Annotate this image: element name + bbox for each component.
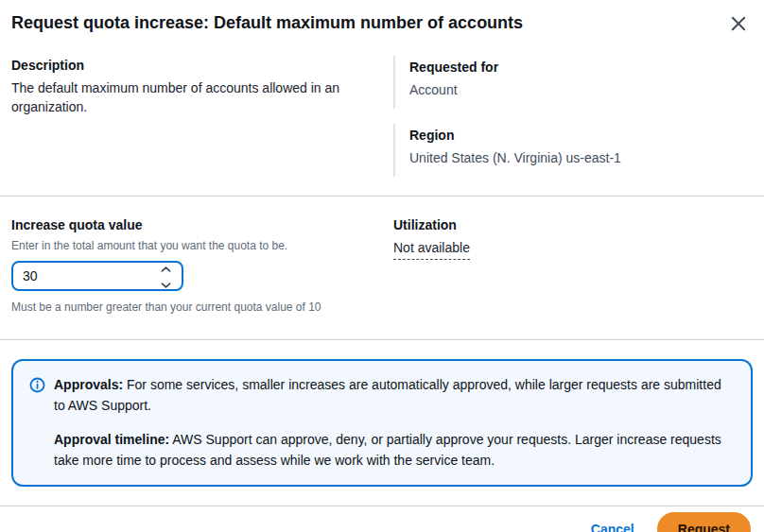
quota-value-input[interactable] <box>13 263 182 289</box>
cancel-button[interactable]: Cancel <box>591 522 634 532</box>
stepper-up-icon[interactable] <box>161 261 171 276</box>
quota-increase-dialog: Request quota increase: Default maximum … <box>0 0 764 532</box>
quota-form-section: Increase quota value Enter in the total … <box>0 197 764 340</box>
region-value: United States (N. Virginia) us-east-1 <box>409 148 753 167</box>
alert-timeline-lead: Approval timeline: <box>54 432 169 447</box>
close-button[interactable] <box>728 13 749 37</box>
alert-container: Approvals: For some services, smaller in… <box>0 340 764 506</box>
quota-overview-section: Description The default maximum number o… <box>0 46 764 197</box>
utilization-label: Utilization <box>393 215 753 234</box>
alert-paragraph-approvals: Approvals: For some services, smaller in… <box>54 374 736 416</box>
alert-approvals-lead: Approvals: <box>54 377 123 392</box>
alert-paragraph-timeline: Approval timeline: AWS Support can appro… <box>54 429 736 471</box>
quota-value-constraint: Must be a number greater than your curre… <box>11 300 371 315</box>
dialog-footer: Cancel Request <box>0 506 764 532</box>
description-label: Description <box>11 56 371 75</box>
requested-for-block: Requested for Account <box>393 56 753 109</box>
utilization-block: Utilization Not available <box>393 215 753 315</box>
close-icon <box>730 15 747 35</box>
number-stepper[interactable] <box>161 261 171 292</box>
region-label: Region <box>409 126 753 145</box>
region-block: Region United States (N. Virginia) us-ea… <box>393 124 753 177</box>
request-button[interactable]: Request <box>657 512 751 532</box>
dialog-header: Request quota increase: Default maximum … <box>0 0 764 46</box>
stepper-down-icon[interactable] <box>161 277 171 292</box>
quota-value-field: Increase quota value Enter in the total … <box>11 215 393 315</box>
requested-for-value: Account <box>409 80 753 99</box>
quota-value-description: Enter in the total amount that you want … <box>11 238 371 253</box>
quota-value-label: Increase quota value <box>11 215 371 234</box>
description-block: Description The default maximum number o… <box>11 56 393 177</box>
info-icon <box>29 377 45 471</box>
description-value: The default maximum number of accounts a… <box>11 78 371 116</box>
utilization-value[interactable]: Not available <box>393 238 470 260</box>
quota-value-input-box <box>11 261 183 291</box>
dialog-title: Request quota increase: Default maximum … <box>11 12 523 33</box>
info-alert: Approvals: For some services, smaller in… <box>11 359 753 487</box>
alert-approvals-text: For some services, smaller increases are… <box>54 377 721 413</box>
alert-content: Approvals: For some services, smaller in… <box>54 374 736 471</box>
requested-for-label: Requested for <box>409 58 753 77</box>
overview-right-column: Requested for Account Region United Stat… <box>393 56 753 177</box>
